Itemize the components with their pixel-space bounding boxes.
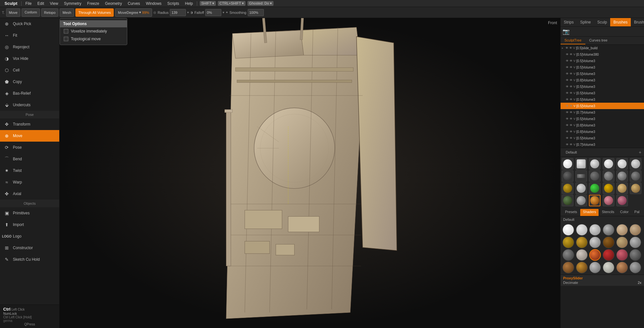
brush-item-orange-1[interactable]: [589, 195, 601, 206]
eye-icon[interactable]: 👁: [566, 59, 569, 62]
eye2-icon[interactable]: 👁: [570, 104, 572, 108]
sidebar-item-primitives[interactable]: ▣ Primitives: [0, 207, 59, 219]
shader-gray[interactable]: [589, 224, 601, 236]
tab-strips[interactable]: Strips: [561, 18, 577, 26]
volume-item[interactable]: 👁 👁 V [0.5]Volume3: [561, 70, 644, 77]
volume-item[interactable]: 👁 👁 V [0.8]Volume3: [561, 128, 644, 135]
eye2-icon[interactable]: 👁: [570, 79, 572, 82]
eye2-icon[interactable]: 👁: [570, 66, 572, 69]
ghosted-badge[interactable]: Ghosted: Do ▾: [247, 1, 274, 6]
eye-icon[interactable]: 👁: [566, 85, 569, 88]
eye-icon[interactable]: 👁: [566, 98, 569, 101]
shift-badge[interactable]: SHIFT ▾: [200, 1, 216, 6]
sidebar-item-sketch-cu-hold[interactable]: ✎ Sketch Cu Hold: [0, 254, 59, 265]
shader-white[interactable]: [562, 224, 574, 236]
volume-item[interactable]: 👁 👁 V [0.8]Volume3: [561, 122, 644, 128]
volume-item[interactable]: 👁 👁 V [0.5]Volume380: [561, 51, 644, 58]
eye-icon[interactable]: 👁: [566, 53, 569, 56]
menu-curves[interactable]: Curves: [125, 0, 143, 7]
shader-dark-gold[interactable]: [603, 237, 614, 248]
tab-brushes[interactable]: Brushes: [610, 18, 631, 26]
tab-spline[interactable]: Spline: [577, 18, 594, 26]
brush-item-green-1[interactable]: [589, 183, 601, 194]
volume-item[interactable]: 👁 👁 V [0.7]Volume3: [561, 141, 644, 148]
brush-item-white-4[interactable]: [603, 158, 614, 170]
eye-icon[interactable]: 👁: [566, 111, 569, 114]
shader-white-2[interactable]: [576, 224, 588, 236]
shader-dark-gray[interactable]: [562, 249, 574, 261]
brush-item-white-3[interactable]: [589, 158, 601, 170]
eye-icon[interactable]: 👁: [566, 124, 569, 127]
tab-brush[interactable]: Brush: [631, 18, 644, 26]
brush-item-dark-3[interactable]: [589, 170, 601, 182]
eye2-icon[interactable]: 👁: [570, 117, 572, 120]
tool-option-topological[interactable]: Topological move: [60, 35, 127, 43]
eye2-icon[interactable]: 👁: [570, 72, 572, 75]
volume-item[interactable]: 👁 👁 V [0.5]Volume3: [561, 64, 644, 70]
sidebar-item-transform[interactable]: ✥ Transform: [0, 118, 59, 130]
brush-item-dark-1[interactable]: [562, 170, 573, 182]
brush-item-white-1[interactable]: [562, 158, 573, 170]
brush-item-pink-1[interactable]: [603, 195, 614, 206]
eye2-icon[interactable]: 👁: [570, 85, 572, 88]
sidebar-item-cell[interactable]: ⬡ Cell: [0, 64, 59, 76]
volume-item[interactable]: 👁 👁 V [0.5]Volume3: [561, 83, 644, 90]
menu-file[interactable]: File: [23, 0, 34, 7]
shader-tan[interactable]: [616, 224, 628, 236]
conform-button[interactable]: Conform: [22, 8, 40, 17]
sidebar-item-axial[interactable]: ✤ Axial: [0, 188, 59, 200]
sidebar-item-quick-pick[interactable]: ⊕ Quick Pick: [0, 18, 59, 30]
eye2-icon[interactable]: 👁: [570, 130, 572, 133]
mesh-button[interactable]: Mesh: [60, 8, 74, 17]
falloff-input[interactable]: [205, 9, 221, 16]
eye-icon[interactable]: 👁: [566, 143, 569, 146]
sidebar-item-bas-relief[interactable]: ◈ Bas-Relief: [0, 88, 59, 99]
presets-tab[interactable]: Presets: [562, 209, 580, 216]
brush-item-green-2[interactable]: [562, 195, 573, 206]
sculpt-tree-tab[interactable]: SculptTree: [561, 37, 585, 44]
sidebar-item-move[interactable]: ⊕ Move: [0, 130, 59, 142]
volume-list[interactable]: ▸ 👁 👁 V [0.5]slide_build 👁 👁 V [0.5]Volu…: [561, 45, 644, 148]
voxelize-checkbox[interactable]: [64, 29, 68, 33]
eye2-icon[interactable]: 👁: [570, 91, 572, 95]
eye2-icon[interactable]: 👁: [569, 46, 572, 50]
radius-input[interactable]: [170, 9, 186, 16]
viewport-canvas[interactable]: Tool Options Voxelize immediately Topolo…: [60, 18, 560, 328]
volume-item[interactable]: 👁 👁 V [0.5]Volume3: [561, 90, 644, 96]
brush-item-dark-2[interactable]: [575, 170, 587, 182]
shader-gray-3[interactable]: [630, 262, 641, 273]
shader-red[interactable]: [603, 249, 614, 261]
brush-item-dark-6[interactable]: [630, 170, 641, 182]
shader-dark[interactable]: [603, 224, 614, 236]
color-tab[interactable]: Color: [618, 209, 631, 216]
move-button[interactable]: Move: [6, 8, 21, 17]
eye2-icon[interactable]: 👁: [570, 124, 572, 127]
eye-icon[interactable]: 👁: [566, 104, 569, 108]
shader-pink[interactable]: [616, 249, 628, 261]
eye2-icon[interactable]: 👁: [570, 143, 572, 146]
through-all-volumes-button[interactable]: Through All Volumes: [75, 8, 114, 17]
brush-item-tan-2[interactable]: [630, 183, 641, 194]
eye-icon[interactable]: 👁: [566, 117, 569, 120]
eye-icon[interactable]: 👁: [566, 136, 569, 140]
brush-item-white-5[interactable]: [616, 158, 628, 170]
brush-item-silver-2[interactable]: [575, 195, 587, 206]
volume-item[interactable]: 👁 👁 V [0.5]Volume3: [561, 58, 644, 64]
brush-item-white-6[interactable]: [630, 158, 641, 170]
shader-silver-4[interactable]: [576, 249, 588, 261]
shaders-tab[interactable]: Shaders: [580, 209, 599, 216]
shader-silver-6[interactable]: [603, 262, 614, 273]
eye-icon[interactable]: 👁: [566, 66, 569, 69]
shader-gold-3[interactable]: [576, 262, 588, 273]
sidebar-item-bend[interactable]: ⌒ Bend: [0, 153, 59, 165]
eye2-icon[interactable]: 👁: [570, 59, 572, 62]
menu-freeze[interactable]: Freeze: [85, 0, 102, 7]
pal-tab[interactable]: Pal: [632, 209, 642, 216]
brush-item-gold-1[interactable]: [562, 183, 573, 194]
eye2-icon[interactable]: 👁: [570, 98, 572, 101]
shader-tan-2[interactable]: [630, 224, 641, 236]
sidebar-item-undercuts[interactable]: ⬙ Undercuts: [0, 99, 59, 111]
sidebar-item-fit[interactable]: ↔ Fit: [0, 30, 59, 41]
sidebar-item-reproject[interactable]: ◎ Reproject: [0, 41, 59, 53]
brush-item-tan-1[interactable]: [616, 183, 628, 194]
